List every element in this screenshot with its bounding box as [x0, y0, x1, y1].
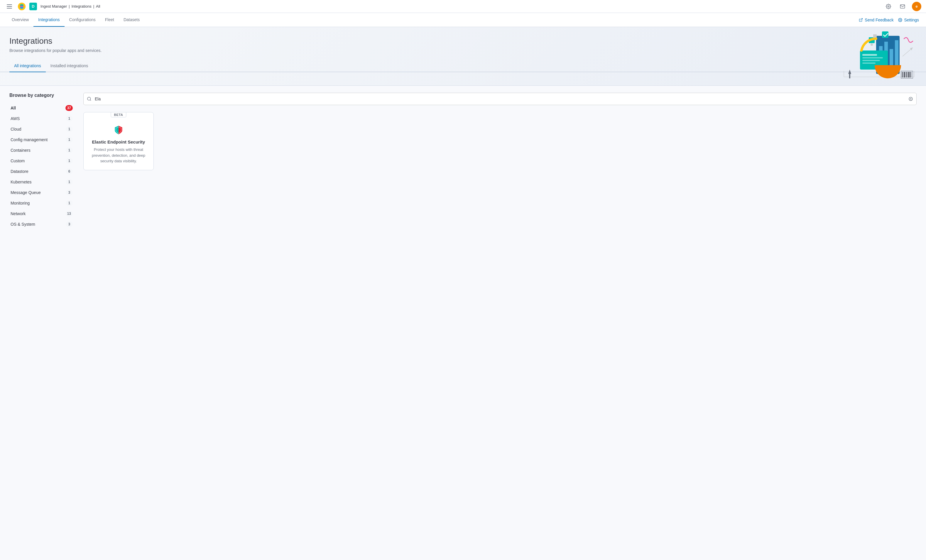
category-badge-config-management: 1	[66, 137, 73, 143]
svg-point-3	[20, 6, 23, 9]
svg-rect-13	[902, 72, 903, 77]
svg-rect-20	[910, 72, 911, 77]
svg-line-39	[90, 100, 91, 101]
svg-rect-11	[849, 74, 850, 79]
category-item-monitoring[interactable]: Monitoring 1	[9, 198, 74, 208]
category-label-config-management: Config management	[11, 137, 47, 142]
svg-rect-29	[862, 57, 883, 58]
category-item-aws[interactable]: AWS 1	[9, 113, 74, 124]
category-badge-datastore: 6	[66, 168, 73, 174]
settings-nav-label: Settings	[904, 18, 919, 22]
svg-marker-37	[910, 48, 913, 50]
category-label-os-system: OS & System	[11, 222, 35, 227]
svg-point-6	[900, 20, 901, 21]
breadcrumb-sep-1: |	[69, 4, 70, 9]
category-badge-message-queue: 3	[66, 189, 73, 195]
clear-icon	[909, 97, 913, 101]
search-clear-button[interactable]	[908, 96, 914, 102]
elastic-logo	[18, 2, 26, 11]
notifications-icon-button[interactable]	[898, 2, 907, 11]
user-avatar[interactable]: e	[912, 2, 921, 11]
sub-tab-all-integrations[interactable]: All integrations	[9, 60, 46, 72]
card-desc-elastic-endpoint: Protect your hosts with threat preventio…	[89, 147, 148, 164]
svg-rect-34	[882, 32, 888, 38]
tab-integrations[interactable]: Integrations	[33, 13, 64, 27]
svg-rect-15	[904, 72, 905, 77]
search-input[interactable]	[83, 93, 917, 105]
nav-actions: Send Feedback Settings	[859, 18, 919, 22]
hero-section: Integrations Browse integrations for pop…	[0, 27, 926, 86]
category-item-datastore[interactable]: Datastore 6	[9, 166, 74, 177]
svg-rect-19	[908, 72, 909, 77]
settings-nav-button[interactable]: Settings	[898, 18, 919, 22]
category-badge-monitoring: 1	[66, 200, 73, 206]
send-feedback-button[interactable]: Send Feedback	[859, 18, 893, 22]
hero-content: Integrations Browse integrations for pop…	[9, 36, 156, 60]
search-icon-wrap	[87, 97, 92, 101]
tab-fleet[interactable]: Fleet	[100, 13, 119, 27]
svg-point-4	[888, 6, 889, 7]
svg-rect-17	[906, 72, 907, 77]
hamburger-icon	[7, 5, 12, 9]
gear-icon	[886, 4, 891, 9]
external-link-icon	[859, 18, 863, 22]
sidebar: Browse by category All 37 AWS 1 Cloud 1 …	[9, 93, 74, 551]
breadcrumb-integrations[interactable]: Integrations	[71, 4, 92, 9]
breadcrumb-sep-2: |	[93, 4, 94, 9]
hero-subtitle: Browse integrations for popular apps and…	[9, 48, 156, 53]
category-badge-os-system: 3	[66, 221, 73, 227]
category-list: All 37 AWS 1 Cloud 1 Config management 1…	[9, 103, 74, 230]
category-item-custom[interactable]: Custom 1	[9, 156, 74, 166]
category-label-containers: Containers	[11, 148, 30, 153]
results-area: BETA Elastic Endpoint Security Protect y…	[83, 93, 917, 551]
category-label-cloud: Cloud	[11, 127, 21, 132]
svg-point-35	[870, 44, 873, 46]
svg-rect-31	[862, 62, 876, 64]
search-icon	[87, 97, 92, 101]
svg-point-38	[88, 97, 91, 100]
category-item-all[interactable]: All 37	[9, 103, 74, 113]
category-badge-containers: 1	[66, 147, 73, 153]
svg-rect-14	[903, 72, 903, 77]
cards-grid: BETA Elastic Endpoint Security Protect y…	[83, 112, 917, 170]
workspace-avatar[interactable]: D	[29, 3, 37, 10]
mail-icon	[900, 4, 905, 9]
category-item-containers[interactable]: Containers 1	[9, 145, 74, 156]
category-badge-kubernetes: 1	[66, 179, 73, 185]
breadcrumb: Ingest Manager | Integrations | All	[41, 4, 100, 9]
category-item-cloud[interactable]: Cloud 1	[9, 124, 74, 135]
settings-icon-button[interactable]	[884, 2, 893, 11]
hero-title: Integrations	[9, 36, 156, 46]
tab-overview[interactable]: Overview	[7, 13, 33, 27]
breadcrumb-all: All	[96, 4, 100, 9]
card-title-elastic-endpoint: Elastic Endpoint Security	[89, 139, 148, 144]
category-label-all: All	[11, 106, 16, 110]
top-bar-right: e	[884, 2, 921, 11]
search-container	[83, 93, 917, 105]
beta-badge: BETA	[110, 112, 126, 117]
hero-illustration-svg	[814, 27, 920, 86]
nav-tabs: Overview Integrations Configurations Fle…	[7, 13, 144, 27]
category-badge-aws: 1	[66, 116, 73, 121]
svg-rect-21	[911, 72, 911, 77]
card-icon-elastic-endpoint	[113, 124, 124, 136]
breadcrumb-ingest-manager[interactable]: Ingest Manager	[41, 4, 67, 9]
top-bar: D Ingest Manager | Integrations | All e	[0, 0, 926, 13]
tab-configurations[interactable]: Configurations	[65, 13, 100, 27]
integration-card-elastic-endpoint[interactable]: BETA Elastic Endpoint Security Protect y…	[83, 112, 154, 170]
category-item-message-queue[interactable]: Message Queue 3	[9, 187, 74, 198]
category-label-monitoring: Monitoring	[11, 201, 30, 206]
category-label-aws: AWS	[11, 116, 20, 121]
category-label-custom: Custom	[11, 159, 25, 163]
category-label-datastore: Datastore	[11, 169, 29, 174]
category-item-kubernetes[interactable]: Kubernetes 1	[9, 177, 74, 187]
category-label-message-queue: Message Queue	[11, 190, 41, 195]
send-feedback-label: Send Feedback	[865, 18, 893, 22]
category-item-network[interactable]: Network 13	[9, 208, 74, 219]
sub-tab-installed-integrations[interactable]: Installed integrations	[46, 60, 93, 72]
tab-datasets[interactable]: Datasets	[119, 13, 144, 27]
hamburger-menu-button[interactable]	[5, 2, 14, 11]
svg-rect-30	[862, 60, 880, 61]
category-item-config-management[interactable]: Config management 1	[9, 135, 74, 145]
category-item-os-system[interactable]: OS & System 3	[9, 219, 74, 230]
